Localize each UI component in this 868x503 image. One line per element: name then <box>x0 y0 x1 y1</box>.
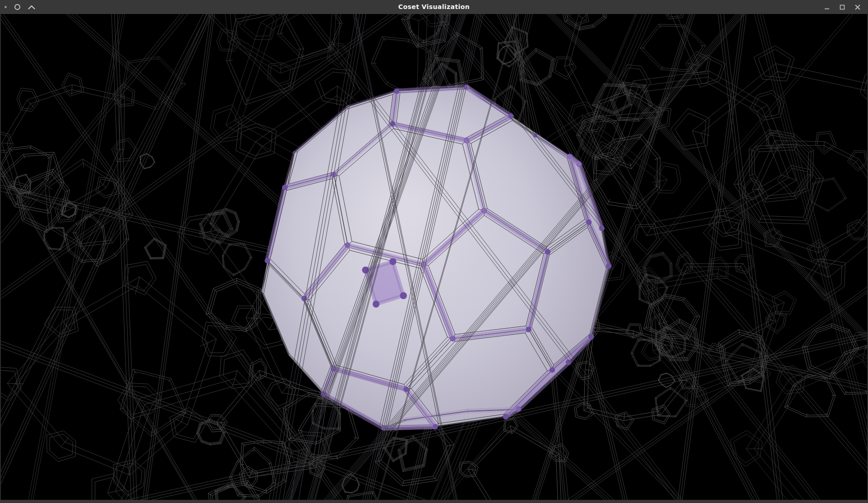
minimize-icon <box>824 5 830 10</box>
close-button[interactable] <box>850 0 865 14</box>
window-controls <box>819 0 865 14</box>
dot-icon <box>5 6 7 8</box>
close-icon <box>854 4 861 10</box>
window-border-bottom <box>0 500 868 503</box>
titlebar[interactable]: Coset Visualization <box>0 0 868 14</box>
app-window: Coset Visualization <box>0 0 868 503</box>
scene-canvas-3d[interactable] <box>1 14 867 500</box>
minimize-button[interactable] <box>819 0 835 14</box>
window-border-left <box>0 14 1 500</box>
maximize-button[interactable] <box>835 0 850 14</box>
titlebar-left-icons <box>5 0 35 14</box>
coset-viewport <box>1 14 867 500</box>
chevron-up-icon[interactable] <box>28 5 35 9</box>
maximize-icon <box>840 5 845 10</box>
window-title: Coset Visualization <box>398 0 470 14</box>
circle-icon[interactable] <box>14 4 20 10</box>
